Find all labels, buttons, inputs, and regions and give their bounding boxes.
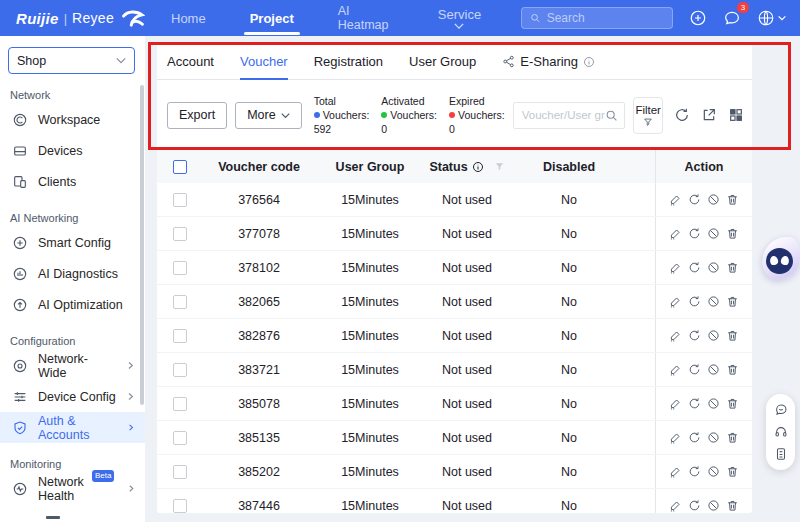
voucher-search-input[interactable] xyxy=(522,109,606,121)
org-selector-dropdown[interactable]: Shop xyxy=(8,47,135,74)
tab-registration[interactable]: Registration xyxy=(314,44,383,79)
renew-icon[interactable] xyxy=(688,295,701,308)
row-checkbox[interactable] xyxy=(173,227,187,241)
row-checkbox[interactable] xyxy=(173,329,187,343)
ban-icon[interactable] xyxy=(707,431,720,444)
delete-icon[interactable] xyxy=(726,499,739,512)
edit-icon[interactable] xyxy=(669,295,682,308)
headset-icon[interactable] xyxy=(774,425,788,439)
ban-icon[interactable] xyxy=(707,261,720,274)
ban-icon[interactable] xyxy=(707,193,720,206)
refresh-icon[interactable] xyxy=(674,107,690,123)
export-button[interactable]: Export xyxy=(167,102,227,129)
row-checkbox[interactable] xyxy=(173,193,187,207)
export-icon[interactable] xyxy=(701,107,717,123)
edit-icon[interactable] xyxy=(669,431,682,444)
renew-icon[interactable] xyxy=(688,499,701,512)
delete-icon[interactable] xyxy=(726,431,739,444)
language-selector[interactable] xyxy=(757,9,786,27)
filter-button[interactable]: Filter xyxy=(633,97,663,134)
delete-icon[interactable] xyxy=(726,261,739,274)
feedback-chat-icon[interactable] xyxy=(774,403,788,417)
sidebar-item-device-config[interactable]: Device Config xyxy=(0,381,145,412)
row-checkbox[interactable] xyxy=(173,465,187,479)
renew-icon[interactable] xyxy=(688,465,701,478)
messages-button[interactable]: 3 xyxy=(723,8,741,28)
edit-icon[interactable] xyxy=(669,465,682,478)
table-row[interactable]: 376564 15Minutes Not used No xyxy=(157,183,752,217)
ban-icon[interactable] xyxy=(707,397,720,410)
sidebar-item-network-health[interactable]: Network Health Beta xyxy=(0,473,145,504)
delete-icon[interactable] xyxy=(726,227,739,240)
header-disabled[interactable]: Disabled xyxy=(509,160,629,174)
edit-icon[interactable] xyxy=(669,329,682,342)
edit-icon[interactable] xyxy=(669,363,682,376)
edit-icon[interactable] xyxy=(669,397,682,410)
ai-assistant-mascot[interactable] xyxy=(763,236,800,280)
sidebar-item-devices[interactable]: Devices xyxy=(0,135,145,166)
renew-icon[interactable] xyxy=(688,193,701,206)
grid-icon[interactable] xyxy=(728,107,744,123)
row-checkbox[interactable] xyxy=(173,295,187,309)
renew-icon[interactable] xyxy=(688,227,701,240)
delete-icon[interactable] xyxy=(726,465,739,478)
global-search[interactable] xyxy=(521,7,673,29)
row-checkbox[interactable] xyxy=(173,431,187,445)
edit-icon[interactable] xyxy=(669,261,682,274)
sidebar-item-workspace[interactable]: Workspace xyxy=(0,104,145,135)
delete-icon[interactable] xyxy=(726,363,739,376)
sidebar-item-network-wide[interactable]: Network-Wide xyxy=(0,350,145,381)
sidebar-item-smart-config[interactable]: Smart Config xyxy=(0,227,145,258)
tab-voucher[interactable]: Voucher xyxy=(240,44,288,79)
ban-icon[interactable] xyxy=(707,295,720,308)
renew-icon[interactable] xyxy=(688,431,701,444)
delete-icon[interactable] xyxy=(726,295,739,308)
search-input[interactable] xyxy=(547,11,664,25)
row-checkbox[interactable] xyxy=(173,261,187,275)
table-row[interactable]: 387446 15Minutes Not used No xyxy=(157,489,752,513)
sidebar-scrollbar[interactable] xyxy=(140,85,144,405)
sidebar-item-clients[interactable]: Clients xyxy=(0,166,145,197)
row-checkbox[interactable] xyxy=(173,363,187,377)
sidebar-item-ai-optimization[interactable]: AI Optimization xyxy=(0,289,145,320)
funnel-icon[interactable] xyxy=(494,161,505,172)
tab-user-group[interactable]: User Group xyxy=(409,44,476,79)
nav-item-home[interactable]: Home xyxy=(167,0,210,36)
header-voucher-code[interactable]: Voucher code xyxy=(203,160,315,174)
voucher-search[interactable] xyxy=(513,102,626,129)
survey-icon[interactable] xyxy=(774,447,788,461)
header-user-group[interactable]: User Group xyxy=(315,160,425,174)
ban-icon[interactable] xyxy=(707,363,720,376)
table-row[interactable]: 383721 15Minutes Not used No xyxy=(157,353,752,387)
more-button[interactable]: More xyxy=(235,102,301,129)
table-row[interactable]: 385078 15Minutes Not used No xyxy=(157,387,752,421)
edit-icon[interactable] xyxy=(669,193,682,206)
renew-icon[interactable] xyxy=(688,261,701,274)
add-project-button[interactable] xyxy=(689,8,707,28)
search-icon[interactable] xyxy=(605,109,618,122)
delete-icon[interactable] xyxy=(726,193,739,206)
sidebar-item-auth-accounts[interactable]: Auth & Accounts xyxy=(0,412,145,443)
ban-icon[interactable] xyxy=(707,499,720,512)
row-checkbox[interactable] xyxy=(173,499,187,513)
table-row[interactable]: 382876 15Minutes Not used No xyxy=(157,319,752,353)
info-icon[interactable] xyxy=(472,161,484,173)
brand-logo[interactable]: Ruijie | Reyee xyxy=(16,9,145,27)
renew-icon[interactable] xyxy=(688,329,701,342)
header-status[interactable]: Status xyxy=(425,160,509,174)
table-row[interactable]: 377078 15Minutes Not used No xyxy=(157,217,752,251)
nav-item-service[interactable]: Service xyxy=(434,0,485,36)
tab-account[interactable]: Account xyxy=(167,44,214,79)
edit-icon[interactable] xyxy=(669,499,682,512)
tab-e-sharing[interactable]: E-Sharing xyxy=(502,44,595,79)
sidebar-item-ai-diagnostics[interactable]: AI Diagnostics xyxy=(0,258,145,289)
info-icon[interactable] xyxy=(583,56,595,68)
delete-icon[interactable] xyxy=(726,329,739,342)
ban-icon[interactable] xyxy=(707,227,720,240)
ban-icon[interactable] xyxy=(707,465,720,478)
table-row[interactable]: 378102 15Minutes Not used No xyxy=(157,251,752,285)
edit-icon[interactable] xyxy=(669,227,682,240)
renew-icon[interactable] xyxy=(688,397,701,410)
row-checkbox[interactable] xyxy=(173,397,187,411)
ban-icon[interactable] xyxy=(707,329,720,342)
